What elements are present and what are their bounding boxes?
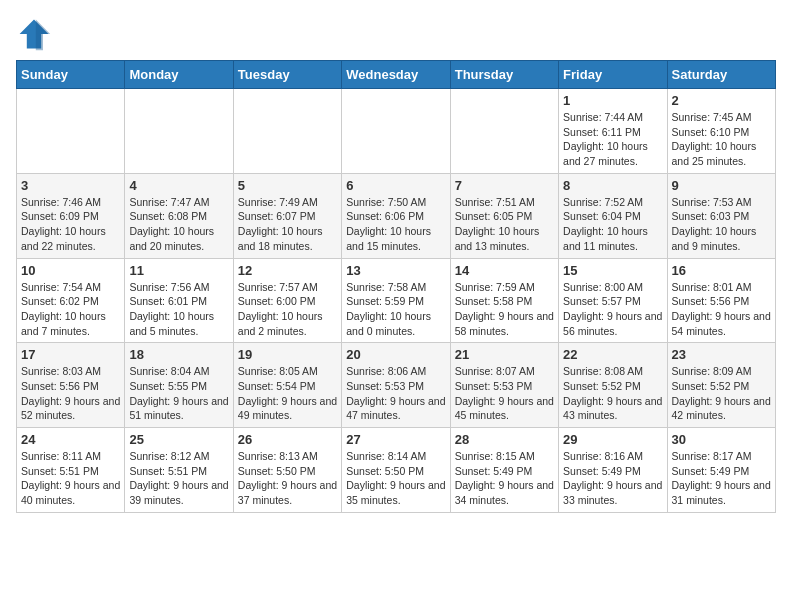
day-number: 28 [455, 432, 554, 447]
calendar-week-row: 24Sunrise: 8:11 AM Sunset: 5:51 PM Dayli… [17, 428, 776, 513]
calendar-cell: 11Sunrise: 7:56 AM Sunset: 6:01 PM Dayli… [125, 258, 233, 343]
day-info: Sunrise: 8:15 AM Sunset: 5:49 PM Dayligh… [455, 449, 554, 508]
day-info: Sunrise: 8:04 AM Sunset: 5:55 PM Dayligh… [129, 364, 228, 423]
calendar-cell: 27Sunrise: 8:14 AM Sunset: 5:50 PM Dayli… [342, 428, 450, 513]
day-info: Sunrise: 8:01 AM Sunset: 5:56 PM Dayligh… [672, 280, 771, 339]
day-number: 6 [346, 178, 445, 193]
day-info: Sunrise: 8:16 AM Sunset: 5:49 PM Dayligh… [563, 449, 662, 508]
calendar-cell: 4Sunrise: 7:47 AM Sunset: 6:08 PM Daylig… [125, 173, 233, 258]
day-number: 13 [346, 263, 445, 278]
day-info: Sunrise: 8:13 AM Sunset: 5:50 PM Dayligh… [238, 449, 337, 508]
day-number: 30 [672, 432, 771, 447]
calendar-cell: 20Sunrise: 8:06 AM Sunset: 5:53 PM Dayli… [342, 343, 450, 428]
day-number: 22 [563, 347, 662, 362]
day-info: Sunrise: 7:44 AM Sunset: 6:11 PM Dayligh… [563, 110, 662, 169]
calendar-cell: 23Sunrise: 8:09 AM Sunset: 5:52 PM Dayli… [667, 343, 775, 428]
day-info: Sunrise: 8:11 AM Sunset: 5:51 PM Dayligh… [21, 449, 120, 508]
day-number: 14 [455, 263, 554, 278]
calendar-cell: 8Sunrise: 7:52 AM Sunset: 6:04 PM Daylig… [559, 173, 667, 258]
day-number: 2 [672, 93, 771, 108]
svg-marker-1 [36, 20, 50, 51]
day-number: 16 [672, 263, 771, 278]
day-number: 7 [455, 178, 554, 193]
day-info: Sunrise: 8:12 AM Sunset: 5:51 PM Dayligh… [129, 449, 228, 508]
weekday-header: Wednesday [342, 61, 450, 89]
calendar-cell: 1Sunrise: 7:44 AM Sunset: 6:11 PM Daylig… [559, 89, 667, 174]
calendar-cell: 13Sunrise: 7:58 AM Sunset: 5:59 PM Dayli… [342, 258, 450, 343]
calendar-table: SundayMondayTuesdayWednesdayThursdayFrid… [16, 60, 776, 513]
day-number: 9 [672, 178, 771, 193]
weekday-header: Friday [559, 61, 667, 89]
weekday-header: Saturday [667, 61, 775, 89]
calendar-cell: 2Sunrise: 7:45 AM Sunset: 6:10 PM Daylig… [667, 89, 775, 174]
day-number: 15 [563, 263, 662, 278]
calendar-cell [233, 89, 341, 174]
weekday-header: Thursday [450, 61, 558, 89]
day-number: 4 [129, 178, 228, 193]
calendar-cell: 22Sunrise: 8:08 AM Sunset: 5:52 PM Dayli… [559, 343, 667, 428]
calendar-cell: 24Sunrise: 8:11 AM Sunset: 5:51 PM Dayli… [17, 428, 125, 513]
day-info: Sunrise: 8:07 AM Sunset: 5:53 PM Dayligh… [455, 364, 554, 423]
calendar-cell: 12Sunrise: 7:57 AM Sunset: 6:00 PM Dayli… [233, 258, 341, 343]
day-info: Sunrise: 8:03 AM Sunset: 5:56 PM Dayligh… [21, 364, 120, 423]
calendar-cell: 25Sunrise: 8:12 AM Sunset: 5:51 PM Dayli… [125, 428, 233, 513]
day-number: 5 [238, 178, 337, 193]
day-number: 19 [238, 347, 337, 362]
calendar-cell: 6Sunrise: 7:50 AM Sunset: 6:06 PM Daylig… [342, 173, 450, 258]
logo [16, 16, 56, 52]
day-info: Sunrise: 8:05 AM Sunset: 5:54 PM Dayligh… [238, 364, 337, 423]
calendar-cell: 9Sunrise: 7:53 AM Sunset: 6:03 PM Daylig… [667, 173, 775, 258]
day-number: 8 [563, 178, 662, 193]
calendar-cell: 7Sunrise: 7:51 AM Sunset: 6:05 PM Daylig… [450, 173, 558, 258]
calendar-cell: 18Sunrise: 8:04 AM Sunset: 5:55 PM Dayli… [125, 343, 233, 428]
day-number: 11 [129, 263, 228, 278]
day-info: Sunrise: 7:46 AM Sunset: 6:09 PM Dayligh… [21, 195, 120, 254]
day-info: Sunrise: 7:50 AM Sunset: 6:06 PM Dayligh… [346, 195, 445, 254]
weekday-header: Tuesday [233, 61, 341, 89]
day-info: Sunrise: 7:45 AM Sunset: 6:10 PM Dayligh… [672, 110, 771, 169]
day-number: 1 [563, 93, 662, 108]
day-info: Sunrise: 7:57 AM Sunset: 6:00 PM Dayligh… [238, 280, 337, 339]
header-row: SundayMondayTuesdayWednesdayThursdayFrid… [17, 61, 776, 89]
logo-icon [16, 16, 52, 52]
weekday-header: Monday [125, 61, 233, 89]
day-info: Sunrise: 7:53 AM Sunset: 6:03 PM Dayligh… [672, 195, 771, 254]
calendar-cell [342, 89, 450, 174]
calendar-cell: 10Sunrise: 7:54 AM Sunset: 6:02 PM Dayli… [17, 258, 125, 343]
calendar-cell: 14Sunrise: 7:59 AM Sunset: 5:58 PM Dayli… [450, 258, 558, 343]
day-info: Sunrise: 8:14 AM Sunset: 5:50 PM Dayligh… [346, 449, 445, 508]
calendar-cell: 28Sunrise: 8:15 AM Sunset: 5:49 PM Dayli… [450, 428, 558, 513]
day-number: 29 [563, 432, 662, 447]
calendar-cell [17, 89, 125, 174]
calendar-cell: 17Sunrise: 8:03 AM Sunset: 5:56 PM Dayli… [17, 343, 125, 428]
day-number: 3 [21, 178, 120, 193]
day-info: Sunrise: 7:58 AM Sunset: 5:59 PM Dayligh… [346, 280, 445, 339]
day-number: 25 [129, 432, 228, 447]
day-info: Sunrise: 7:51 AM Sunset: 6:05 PM Dayligh… [455, 195, 554, 254]
day-number: 26 [238, 432, 337, 447]
day-info: Sunrise: 7:47 AM Sunset: 6:08 PM Dayligh… [129, 195, 228, 254]
day-number: 12 [238, 263, 337, 278]
calendar-header: SundayMondayTuesdayWednesdayThursdayFrid… [17, 61, 776, 89]
calendar-cell: 15Sunrise: 8:00 AM Sunset: 5:57 PM Dayli… [559, 258, 667, 343]
day-number: 27 [346, 432, 445, 447]
day-number: 21 [455, 347, 554, 362]
day-number: 24 [21, 432, 120, 447]
calendar-cell: 5Sunrise: 7:49 AM Sunset: 6:07 PM Daylig… [233, 173, 341, 258]
calendar-cell: 3Sunrise: 7:46 AM Sunset: 6:09 PM Daylig… [17, 173, 125, 258]
day-number: 23 [672, 347, 771, 362]
day-number: 10 [21, 263, 120, 278]
day-info: Sunrise: 8:00 AM Sunset: 5:57 PM Dayligh… [563, 280, 662, 339]
day-info: Sunrise: 7:54 AM Sunset: 6:02 PM Dayligh… [21, 280, 120, 339]
day-number: 18 [129, 347, 228, 362]
day-info: Sunrise: 7:49 AM Sunset: 6:07 PM Dayligh… [238, 195, 337, 254]
day-info: Sunrise: 8:06 AM Sunset: 5:53 PM Dayligh… [346, 364, 445, 423]
day-info: Sunrise: 7:59 AM Sunset: 5:58 PM Dayligh… [455, 280, 554, 339]
day-info: Sunrise: 8:08 AM Sunset: 5:52 PM Dayligh… [563, 364, 662, 423]
calendar-cell: 21Sunrise: 8:07 AM Sunset: 5:53 PM Dayli… [450, 343, 558, 428]
day-info: Sunrise: 7:52 AM Sunset: 6:04 PM Dayligh… [563, 195, 662, 254]
calendar-week-row: 17Sunrise: 8:03 AM Sunset: 5:56 PM Dayli… [17, 343, 776, 428]
header [16, 16, 776, 52]
calendar-cell: 29Sunrise: 8:16 AM Sunset: 5:49 PM Dayli… [559, 428, 667, 513]
calendar-body: 1Sunrise: 7:44 AM Sunset: 6:11 PM Daylig… [17, 89, 776, 513]
